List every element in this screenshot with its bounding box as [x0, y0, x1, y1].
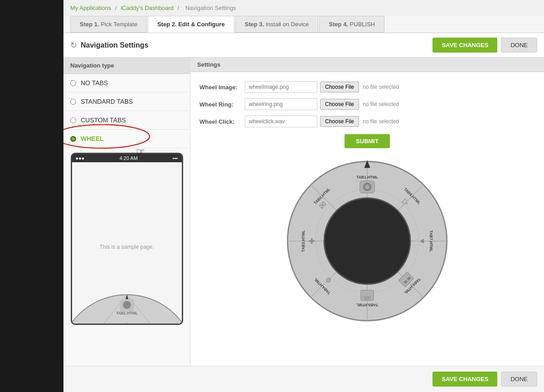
svg-point-8 — [123, 301, 131, 309]
save-changes-button-bottom[interactable]: SAVE CHANGES — [432, 372, 497, 387]
wheel-image-input[interactable] — [245, 81, 317, 93]
settings-header: Settings — [190, 58, 544, 72]
no-tabs-label: NO TABS — [81, 79, 108, 87]
cursor-hand-icon: ☞ — [136, 146, 145, 158]
svg-text:TAB1.HTML: TAB1.HTML — [356, 175, 378, 179]
breadcrumb-dashboard[interactable]: iCaddy's Dashboard — [121, 5, 174, 11]
svg-text:TAB1.HTML: TAB1.HTML — [116, 311, 138, 315]
wheel-click-row: Wheel Click: Choose File no file selecte… — [199, 116, 535, 127]
wheel-image-row: Wheel Image: Choose File no file selecte… — [199, 81, 535, 93]
wheel-label: WHEEL — [81, 135, 104, 142]
nav-option-standard-tabs[interactable]: STANDARD TABS — [63, 92, 190, 111]
phone-preview: ●●● 4:20 AM ▪▪▪ This is a sample page. — [63, 153, 190, 325]
refresh-icon: ↻ — [70, 40, 77, 50]
wheel-ring-row: Wheel Ring: Choose File no file selected — [199, 98, 535, 110]
wheel-container: TAB1.HTML TAB2.HTML ✉ TAB3.HTML ✚ — [199, 155, 535, 327]
svg-point-22 — [365, 185, 369, 189]
step-3[interactable]: Step 3. Install on Device — [235, 16, 319, 33]
page-title: Navigation Settings — [81, 41, 148, 49]
wheel-ring-label: Wheel Ring: — [199, 101, 245, 108]
save-changes-button-top[interactable]: SAVE CHANGES — [432, 38, 497, 53]
header-buttons: SAVE CHANGES DONE — [432, 38, 537, 53]
wheel-ring-choose-btn[interactable]: Choose File — [320, 99, 359, 110]
svg-text:♥: ♥ — [418, 239, 427, 243]
phone-time: 4:20 AM — [119, 155, 137, 161]
step-2[interactable]: Step 2. Edit & Configure — [148, 16, 234, 33]
phone-wheel-bottom: TAB1.HTML TAB8 TAB2 — [72, 274, 182, 324]
phone-wheel-svg: TAB1.HTML TAB8 TAB2 — [72, 274, 182, 324]
standard-tabs-label: STANDARD TABS — [81, 98, 133, 105]
svg-text:TAB7.HTML: TAB7.HTML — [429, 230, 433, 252]
nav-option-custom-tabs[interactable]: CUSTOM TABS — [63, 111, 190, 130]
custom-tabs-label: CUSTOM TABS — [81, 116, 126, 124]
nav-type-header: Navigation type — [63, 58, 190, 74]
svg-text:TAB3.HTML: TAB3.HTML — [301, 230, 306, 252]
content-area: Navigation type NO TABS STANDARD TABS CU… — [63, 58, 544, 391]
wheel-ring-input[interactable] — [245, 98, 317, 110]
breadcrumb-current: Navigation Settings — [185, 5, 236, 11]
done-button-bottom[interactable]: DONE — [501, 372, 537, 387]
phone-status-bar: ●●● 4:20 AM ▪▪▪ — [72, 154, 182, 162]
svg-text:✚: ✚ — [308, 238, 316, 244]
step-4[interactable]: Step 4. PUBLISH — [319, 16, 384, 33]
svg-point-16 — [324, 198, 410, 284]
wheel-image-label: Wheel Image: — [199, 84, 245, 91]
right-panel: Settings Wheel Image: Choose File no fil… — [190, 58, 544, 391]
wheel-click-input[interactable] — [245, 116, 317, 127]
radio-no-tabs[interactable] — [70, 80, 76, 86]
wheel-click-choose-btn[interactable]: Choose File — [320, 116, 359, 127]
wheel-ring-no-file: no file selected — [363, 101, 399, 107]
phone-frame: ●●● 4:20 AM ▪▪▪ This is a sample page. — [71, 153, 183, 325]
breadcrumb-my-applications[interactable]: My Applications — [70, 5, 111, 11]
radio-custom-tabs[interactable] — [70, 117, 76, 123]
phone-signal: ●●● — [76, 155, 85, 161]
wheel-visualization: TAB1.HTML TAB2.HTML ✉ TAB3.HTML ✚ — [281, 155, 453, 327]
wheel-click-label: Wheel Click: — [199, 118, 245, 125]
phone-battery: ▪▪▪ — [173, 155, 178, 161]
radio-standard-tabs[interactable] — [70, 99, 76, 105]
wheel-image-no-file: no file selected — [363, 84, 399, 90]
nav-option-wheel[interactable]: WHEEL — [63, 130, 190, 148]
page-title-area: ↻ Navigation Settings — [70, 40, 148, 50]
wheel-image-choose-btn[interactable]: Choose File — [320, 82, 359, 92]
nav-option-no-tabs[interactable]: NO TABS — [63, 74, 190, 92]
bottom-bar: SAVE CHANGES DONE — [63, 366, 544, 392]
left-panel: Navigation type NO TABS STANDARD TABS CU… — [63, 58, 190, 391]
steps-bar: Step 1. Pick Template Step 2. Edit & Con… — [63, 16, 544, 33]
svg-text:TAB5.HTML: TAB5.HTML — [356, 303, 378, 307]
wheel-click-no-file: no file selected — [363, 118, 399, 125]
done-button-top[interactable]: DONE — [501, 38, 537, 53]
phone-sample-text: This is a sample page. — [99, 244, 154, 250]
breadcrumb: My Applications / iCaddy's Dashboard / N… — [63, 0, 544, 16]
step-1[interactable]: Step 1. Pick Template — [70, 16, 147, 33]
page-header: ↻ Navigation Settings SAVE CHANGES DONE — [63, 33, 544, 58]
radio-wheel[interactable] — [70, 136, 76, 142]
submit-button[interactable]: SUBMIT — [345, 134, 390, 148]
